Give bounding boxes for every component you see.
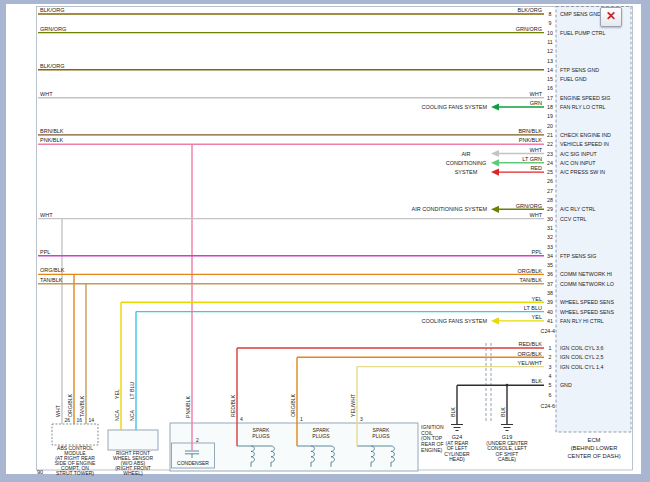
- system-label: COOLING FANS SYSTEM: [422, 318, 488, 324]
- wire-drop-label: WHT: [55, 404, 61, 417]
- ecm-pin-number: 25: [547, 169, 553, 175]
- condenser-label: CONDENSER: [177, 460, 209, 466]
- ecm-pin-label: WHEEL SPEED SENS: [560, 309, 614, 315]
- ecm-title: ECM: [588, 437, 601, 443]
- ecm-pin-number: 23: [547, 151, 553, 157]
- ecm-pin-number: 26: [547, 178, 553, 184]
- ecm-pin-number: 1: [549, 345, 552, 351]
- ecm-pin-label: FUEL GND: [560, 76, 587, 82]
- ignition-coil-label: ENGINE): [421, 447, 443, 453]
- wire-drop-label: ORG/BLK: [290, 393, 296, 417]
- wiring-diagram: 8CMP SENS GND910FUEL PUMP CTRL11121314FT…: [0, 0, 650, 482]
- wire-color-right: BLK/ORG: [518, 7, 542, 13]
- wire-drop-pin: 4: [240, 416, 243, 422]
- g24-location: HEAD): [449, 456, 465, 462]
- wire-drop-pin: 14: [89, 417, 95, 423]
- wire-color-right: PPL: [532, 249, 542, 255]
- wire-color-left: PPL: [40, 249, 50, 255]
- ecm-pin-number: 20: [547, 123, 553, 129]
- ecm-pin-number: 30: [547, 216, 553, 222]
- ecm-pin-number: 37: [547, 281, 553, 287]
- wire-color-right: ORG/BLK: [518, 268, 543, 274]
- g19-location: CABLE): [498, 456, 516, 462]
- ecm-pin-number: 33: [547, 244, 553, 250]
- ecm-pin-number: 39: [547, 299, 553, 305]
- wire-drop-label: BLK: [500, 407, 506, 417]
- ecm-pin-label: A/C PRESS SW IN: [560, 169, 605, 175]
- ecm-pin-number: 9: [549, 20, 552, 26]
- wire-color-right: GRN: [530, 100, 542, 106]
- ecm-pin-number: 34: [547, 253, 553, 259]
- wire-drop-pin: 2: [196, 437, 199, 443]
- wire-color-left: ORG/BLK: [40, 267, 65, 273]
- close-button[interactable]: ✕: [600, 7, 622, 27]
- ecm-pin-number: 14: [547, 67, 553, 73]
- ecm-pin-label: IGN COIL CYL 2,5: [560, 354, 604, 360]
- ecm-pin-label: VEHICLE SPEED IN: [560, 141, 609, 147]
- wire-color-left: WHT: [40, 212, 53, 218]
- ecm-pin-label: A/C SIG INPUT: [560, 151, 598, 157]
- ecm-pin-number: 17: [547, 95, 553, 101]
- wire-drop-label: YEL/WHT: [350, 393, 356, 417]
- ecm-pin-label: CCV CTRL: [560, 216, 587, 222]
- ecm-connector-a-label: C24-4: [541, 328, 555, 334]
- ecm-pin-number: 18: [547, 104, 553, 110]
- wire-color-left: GRN/ORG: [40, 26, 66, 32]
- ecm-pin-label: CHECK ENGINE IND: [560, 132, 611, 138]
- wire-drop-label: PNK/BLK: [185, 396, 191, 418]
- wire-drop-pin: 3: [360, 416, 363, 422]
- wire-color-left: BLK/ORG: [40, 63, 64, 69]
- ecm-pin-label: CMP SENS GND: [560, 11, 601, 17]
- ecm-pin-number: 3: [549, 364, 552, 370]
- wire-color-right: BRN/BLK: [518, 128, 542, 134]
- ecm-pin-label: A/C ON INPUT: [560, 160, 596, 166]
- ecm-pin-number: 41: [547, 318, 553, 324]
- wheel-sensor-label: WHEEL): [123, 470, 143, 476]
- ecm-pin-number: 32: [547, 234, 553, 240]
- ecm-pin-number: 16: [547, 85, 553, 91]
- wire-color-right: RED/BLK: [518, 341, 542, 347]
- wire-color-right: YEL: [532, 314, 542, 320]
- ecm-pin-number: 38: [547, 290, 553, 296]
- ecm-pin-number: 19: [547, 113, 553, 119]
- wire-color-right: GRN/ORG: [516, 203, 542, 209]
- wire-color-right: YEL: [532, 296, 542, 302]
- ecm-pin-number: 13: [547, 58, 553, 64]
- ecm-pin-number: 36: [547, 271, 553, 277]
- ecm-pin-number: 27: [547, 188, 553, 194]
- ecm-pin-number: 15: [547, 76, 553, 82]
- wire-color-left: TAN/BLK: [40, 277, 63, 283]
- ecm-pin-label: GND: [560, 382, 572, 388]
- wire-color-left: PNK/BLK: [40, 137, 64, 143]
- ecm-title: (BEHIND LOWER: [571, 445, 618, 451]
- ecm-pin-number: 31: [547, 225, 553, 231]
- wire-drop-label: TAN/BLK: [79, 395, 85, 417]
- wire-drop-label: LT BLU: [129, 382, 135, 399]
- ecm-pin-number: 22: [547, 141, 553, 147]
- wire-color-right: WHT: [529, 147, 542, 153]
- ecm-pin-label: WHEEL SPEED SENS: [560, 299, 614, 305]
- ecm-pin-label: IGN COIL CYL 3,6: [560, 345, 604, 351]
- spark-plugs-label: PLUGS: [372, 433, 390, 439]
- ecm-connector-b-label: C24-6: [541, 403, 555, 409]
- wire-color-right: LT BLU: [524, 305, 542, 311]
- page-number: 90: [37, 469, 43, 475]
- wheel-sensor-box: [108, 430, 158, 450]
- ecm-pin-label: FTP SENS GND: [560, 67, 599, 73]
- ecm-pin-label: ENGINE SPEED SIG: [560, 95, 610, 101]
- wire-color-left: BLK/ORG: [40, 7, 64, 13]
- wire-drop-pin: NCA: [114, 410, 120, 421]
- system-label: COOLING FANS SYSTEM: [422, 104, 488, 110]
- ecm-pin-number: 4: [549, 373, 552, 379]
- wire-drop-label: ORG/BLK: [67, 393, 73, 417]
- abs-module-label: STRUT TOWER): [56, 470, 94, 476]
- ecm-pin-number: 28: [547, 197, 553, 203]
- ecm-pin-number: 11: [547, 39, 553, 45]
- wire-drop-pin: NCA: [129, 410, 135, 421]
- ecm-pin-number: 21: [547, 132, 553, 138]
- ecm-pin-label: COMM NETWORK HI: [560, 271, 612, 277]
- ecm-pin-number: 12: [547, 48, 553, 54]
- wire-drop-label: BLK: [450, 407, 456, 417]
- wire-drop-label: YEL: [114, 389, 120, 399]
- ecm-pin-number: 2: [549, 354, 552, 360]
